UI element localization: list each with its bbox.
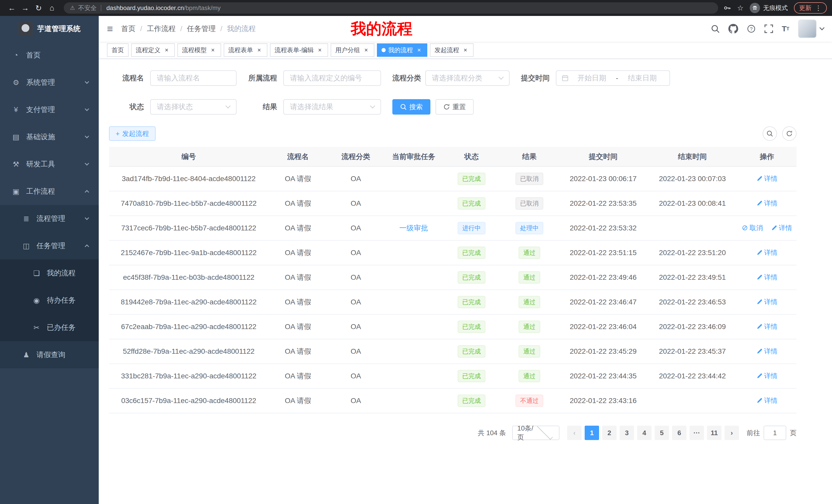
- address-bar[interactable]: ⚠ 不安全 dashboard.yudao.iocoder.cn /bpm/ta…: [64, 2, 718, 13]
- detail-link[interactable]: 详情: [756, 322, 778, 331]
- sidebar-item[interactable]: ¥ 支付管理: [0, 96, 99, 123]
- view-tab[interactable]: 我的流程 ×: [377, 44, 427, 57]
- page-button[interactable]: 11: [707, 426, 722, 440]
- breadcrumb-item[interactable]: 我的流程: [227, 24, 256, 34]
- breadcrumb-item[interactable]: 任务管理: [187, 24, 216, 34]
- detail-link[interactable]: 详情: [756, 273, 778, 282]
- view-tab[interactable]: 流程定义 ×: [131, 44, 175, 57]
- cancel-link[interactable]: 取消: [742, 223, 763, 232]
- page-button[interactable]: ···: [690, 426, 704, 440]
- end-date-placeholder[interactable]: 结束日期: [620, 73, 665, 83]
- view-tab[interactable]: 流程表单 ×: [224, 44, 267, 57]
- font-size-icon[interactable]: TT: [782, 24, 789, 33]
- sidebar-item-label: 研发工具: [26, 159, 55, 169]
- sidebar-item[interactable]: ⚒ 研发工具: [0, 150, 99, 178]
- toggle-search-button[interactable]: [762, 127, 777, 141]
- cell-submit-time: 2022-01-22 23:46:47: [559, 290, 647, 314]
- page-jumper: 前往 页: [747, 426, 797, 440]
- view-tab[interactable]: 流程表单-编辑 ×: [270, 44, 328, 57]
- view-tab[interactable]: 用户分组 ×: [331, 44, 374, 57]
- sidebar-item[interactable]: ▤ 基础设施: [0, 123, 99, 150]
- detail-link[interactable]: 详情: [756, 298, 778, 306]
- search-button[interactable]: 搜索: [392, 99, 431, 115]
- breadcrumb-item[interactable]: 首页: [121, 24, 135, 34]
- page-button[interactable]: 6: [672, 426, 686, 440]
- cell-result: 通过: [500, 314, 559, 339]
- app-logo[interactable]: 芋道管理系统: [0, 16, 99, 41]
- category-select[interactable]: 请选择流程分类: [425, 71, 510, 86]
- help-icon[interactable]: ?: [747, 24, 756, 33]
- sidebar-item-label: 我的流程: [47, 268, 76, 278]
- update-button[interactable]: 更新 ⋮: [794, 2, 827, 13]
- status-select[interactable]: 请选择状态: [150, 99, 237, 115]
- sidebar-item[interactable]: ♟ 请假查询: [0, 341, 99, 368]
- fullscreen-icon[interactable]: [764, 24, 773, 33]
- next-page-button[interactable]: ›: [725, 426, 739, 440]
- close-icon[interactable]: ×: [256, 47, 263, 54]
- github-icon[interactable]: [728, 24, 738, 34]
- avatar[interactable]: [798, 20, 816, 38]
- sidebar-item[interactable]: ◔ 首页: [0, 41, 99, 69]
- reset-button[interactable]: 重置: [436, 99, 474, 115]
- password-key-icon[interactable]: [723, 4, 731, 12]
- result-select[interactable]: 请选择流结果: [283, 99, 381, 115]
- table-header-row: 编号流程名流程分类当前审批任务状态结果提交时间结束时间操作: [109, 147, 797, 166]
- user-menu[interactable]: [798, 20, 824, 38]
- sidebar-item[interactable]: ❏ 我的流程: [0, 259, 99, 287]
- page-size-select[interactable]: 10条/页: [512, 426, 560, 440]
- definition-input[interactable]: [283, 71, 381, 86]
- sidebar-item[interactable]: ◉ 待办任务: [0, 287, 99, 314]
- prev-page-button[interactable]: ‹: [567, 426, 581, 440]
- close-icon[interactable]: ×: [209, 47, 216, 54]
- task-link[interactable]: 一级审批: [399, 224, 428, 232]
- jump-page-input[interactable]: [763, 426, 786, 440]
- cell-submit-time: 2022-01-22 23:53:35: [559, 191, 647, 216]
- sidebar-item[interactable]: ≣ 流程管理: [0, 205, 99, 232]
- page-button[interactable]: 4: [637, 426, 651, 440]
- back-icon[interactable]: ←: [5, 4, 19, 12]
- sidebar-item[interactable]: ⚙ 系统管理: [0, 69, 99, 96]
- detail-link[interactable]: 详情: [756, 199, 778, 208]
- sidebar-toggle-icon[interactable]: ≡: [107, 24, 113, 34]
- start-process-button[interactable]: + 发起流程: [109, 127, 156, 141]
- refresh-button[interactable]: [782, 127, 797, 141]
- browser-menu-icon[interactable]: ⋮: [815, 4, 822, 12]
- close-icon[interactable]: ×: [462, 47, 469, 54]
- close-icon[interactable]: ×: [363, 47, 370, 54]
- cell-actions: 详情: [737, 241, 797, 265]
- detail-link[interactable]: 详情: [756, 396, 778, 405]
- view-tab[interactable]: 发起流程 ×: [430, 44, 474, 57]
- detail-link[interactable]: 详情: [756, 248, 778, 257]
- cell-id: 52ffd28e-7b9a-11ec-a290-acde48001122: [109, 339, 268, 364]
- close-icon[interactable]: ×: [316, 47, 323, 54]
- status-badge: 已完成: [458, 296, 486, 308]
- detail-link[interactable]: 详情: [756, 371, 778, 381]
- detail-link[interactable]: 详情: [756, 174, 778, 183]
- page-button[interactable]: 3: [620, 426, 634, 440]
- breadcrumb-item[interactable]: 工作流程: [147, 24, 176, 34]
- forward-icon[interactable]: →: [19, 4, 32, 12]
- sidebar-item[interactable]: ✂ 已办任务: [0, 314, 99, 341]
- bookmark-star-icon[interactable]: ☆: [737, 4, 744, 12]
- sidebar-item[interactable]: ▣ 工作流程: [0, 178, 99, 205]
- result-label: 结果: [248, 102, 283, 112]
- security-label[interactable]: 不安全: [78, 4, 97, 12]
- close-icon[interactable]: ×: [163, 47, 170, 54]
- search-icon[interactable]: [711, 24, 720, 33]
- cell-current-task: 一级审批: [384, 216, 443, 241]
- menu-icon: ⚙: [10, 78, 22, 87]
- start-date-placeholder[interactable]: 开始日期: [570, 73, 614, 83]
- date-range-picker[interactable]: 开始日期 - 结束日期: [556, 71, 670, 86]
- detail-link[interactable]: 详情: [756, 347, 778, 356]
- view-tab[interactable]: 首页: [107, 44, 129, 57]
- process-name-input[interactable]: [150, 71, 237, 86]
- sidebar-item[interactable]: ◫ 任务管理: [0, 232, 99, 259]
- page-button[interactable]: 1: [585, 426, 599, 440]
- close-icon[interactable]: ×: [415, 47, 423, 54]
- detail-link[interactable]: 详情: [771, 223, 792, 232]
- view-tab[interactable]: 流程模型 ×: [177, 44, 221, 57]
- page-button[interactable]: 2: [602, 426, 617, 440]
- reload-icon[interactable]: ↻: [32, 4, 45, 12]
- home-icon[interactable]: ⌂: [45, 4, 59, 12]
- page-button[interactable]: 5: [655, 426, 669, 440]
